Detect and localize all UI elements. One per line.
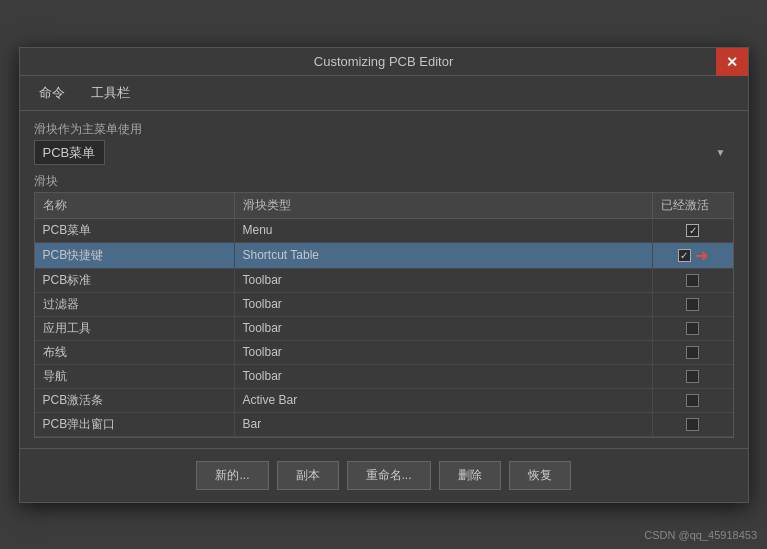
main-select-wrapper: PCB菜单 PCB菜单	[34, 140, 734, 165]
cell-active[interactable]	[653, 389, 733, 412]
checkbox-icon	[686, 394, 699, 407]
cell-name: 应用工具	[35, 317, 235, 340]
cell-name: PCB菜单	[35, 219, 235, 242]
col-header-type: 滑块类型	[235, 193, 653, 218]
checkbox-icon	[686, 322, 699, 335]
table-section: 滑块 名称 滑块类型 已经激活 PCB菜单MenuPCB快捷键Shortcut …	[34, 173, 734, 438]
menu-item-toolbar[interactable]: 工具栏	[80, 80, 141, 106]
checkbox-icon	[686, 370, 699, 383]
footer-buttons: 新的...副本重命名...删除恢复	[20, 448, 748, 502]
checkbox-icon	[686, 224, 699, 237]
cell-active[interactable]	[653, 413, 733, 436]
cell-type: Toolbar	[235, 317, 653, 340]
content-area: 滑块作为主菜单使用 PCB菜单 PCB菜单 滑块 名称 滑块类型 已经激活 PC…	[20, 111, 748, 448]
checkbox-icon	[678, 249, 691, 262]
table-body: PCB菜单MenuPCB快捷键Shortcut Table➜PCB标准Toolb…	[34, 218, 734, 438]
watermark: CSDN @qq_45918453	[644, 529, 757, 541]
cell-type: Toolbar	[235, 365, 653, 388]
table-row[interactable]: PCB快捷键Shortcut Table➜	[35, 243, 733, 269]
table-row[interactable]: 布线Toolbar	[35, 341, 733, 365]
checkbox-icon	[686, 274, 699, 287]
checkbox-icon	[686, 298, 699, 311]
checkbox-icon	[686, 346, 699, 359]
cell-name: PCB标准	[35, 269, 235, 292]
new-button[interactable]: 新的...	[196, 461, 268, 490]
table-row[interactable]: 过滤器Toolbar	[35, 293, 733, 317]
cell-name: PCB快捷键	[35, 243, 235, 268]
table-section-label: 滑块	[34, 173, 734, 190]
cell-type: Toolbar	[235, 293, 653, 316]
close-button[interactable]: ✕	[716, 48, 748, 76]
cell-active[interactable]	[653, 269, 733, 292]
main-select-label: 滑块作为主菜单使用	[34, 121, 734, 138]
cell-active[interactable]	[653, 219, 733, 242]
cell-type: Bar	[235, 413, 653, 436]
cell-type: Toolbar	[235, 341, 653, 364]
cell-type: Menu	[235, 219, 653, 242]
cell-active[interactable]	[653, 341, 733, 364]
cell-name: PCB激活条	[35, 389, 235, 412]
table-row[interactable]: PCB标准Toolbar	[35, 269, 733, 293]
delete-button[interactable]: 删除	[439, 461, 501, 490]
dialog-title: Customizing PCB Editor	[314, 54, 453, 69]
arrow-indicator-icon: ➜	[695, 246, 708, 265]
main-select-section: 滑块作为主菜单使用 PCB菜单 PCB菜单	[34, 121, 734, 165]
table-row[interactable]: PCB弹出窗口Bar	[35, 413, 733, 437]
main-select[interactable]: PCB菜单 PCB菜单	[34, 140, 105, 165]
cell-active[interactable]	[653, 293, 733, 316]
cell-name: 布线	[35, 341, 235, 364]
cell-name: 过滤器	[35, 293, 235, 316]
table-row[interactable]: PCB菜单Menu	[35, 219, 733, 243]
checkbox-icon	[686, 418, 699, 431]
cell-active[interactable]	[653, 365, 733, 388]
table-header: 名称 滑块类型 已经激活	[34, 192, 734, 218]
col-header-active: 已经激活	[653, 193, 733, 218]
cell-name: PCB弹出窗口	[35, 413, 235, 436]
cell-type: Active Bar	[235, 389, 653, 412]
cell-active[interactable]	[653, 317, 733, 340]
main-dialog: Customizing PCB Editor ✕ 命令 工具栏 滑块作为主菜单使…	[19, 47, 749, 503]
table-row[interactable]: 导航Toolbar	[35, 365, 733, 389]
table-row[interactable]: PCB激活条Active Bar	[35, 389, 733, 413]
cell-active[interactable]: ➜	[653, 243, 733, 268]
col-header-name: 名称	[35, 193, 235, 218]
cell-type: Toolbar	[235, 269, 653, 292]
cell-name: 导航	[35, 365, 235, 388]
menu-item-command[interactable]: 命令	[28, 80, 76, 106]
menu-bar: 命令 工具栏	[20, 76, 748, 111]
restore-button[interactable]: 恢复	[509, 461, 571, 490]
copy-button[interactable]: 副本	[277, 461, 339, 490]
table-row[interactable]: 应用工具Toolbar	[35, 317, 733, 341]
cell-type: Shortcut Table	[235, 243, 653, 268]
rename-button[interactable]: 重命名...	[347, 461, 431, 490]
title-bar: Customizing PCB Editor ✕	[20, 48, 748, 76]
